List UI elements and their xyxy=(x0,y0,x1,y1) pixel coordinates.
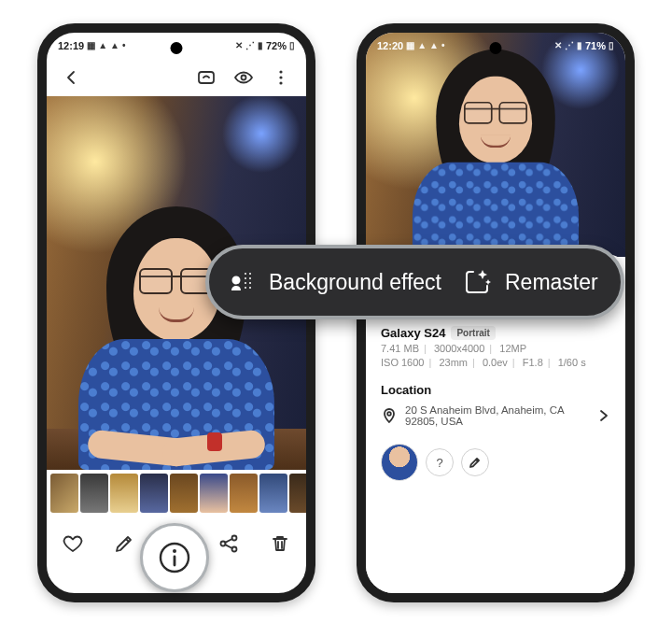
camera-hole xyxy=(490,42,502,54)
svg-point-10 xyxy=(387,412,391,416)
details-mode-chip: Portrait xyxy=(451,326,496,340)
details-row-1: 7.41 MB| 3000x4000| 12MP xyxy=(381,343,610,354)
location-pin-icon xyxy=(381,407,398,424)
remaster-icon xyxy=(462,267,492,297)
status-right-cluster: ✕ ⋰ ▮ 72% ▯ xyxy=(235,40,295,51)
person-avatar[interactable] xyxy=(381,444,418,481)
status-right-cluster: ✕ ⋰ ▮ 71% ▯ xyxy=(554,40,614,51)
signal-icon: ▮ xyxy=(577,41,582,50)
camera-hole xyxy=(171,42,183,54)
unknown-person-chip[interactable]: ? xyxy=(426,448,454,476)
status-icon: ▦ xyxy=(406,41,414,50)
details-megapixels: 12MP xyxy=(499,343,526,354)
svg-point-2 xyxy=(279,70,282,73)
thumbnail[interactable] xyxy=(110,474,138,513)
svg-point-15 xyxy=(245,273,246,275)
details-iso: ISO 1600 xyxy=(381,357,424,368)
photo-subject xyxy=(78,190,274,470)
details-aperture: F1.8 xyxy=(523,357,543,368)
svg-point-21 xyxy=(245,287,246,289)
status-icon: ▦ xyxy=(87,41,95,50)
mute-icon: ✕ xyxy=(235,41,243,50)
details-size: 7.41 MB xyxy=(381,343,419,354)
background-effect-icon xyxy=(228,268,256,296)
delete-button[interactable] xyxy=(261,525,299,562)
heart-icon xyxy=(62,532,84,555)
status-icon: • xyxy=(122,41,126,50)
people-row: ? xyxy=(381,444,610,481)
viewer-header xyxy=(47,59,306,96)
thumbnail[interactable] xyxy=(170,474,198,513)
wifi-icon: ⋰ xyxy=(245,41,255,50)
info-icon xyxy=(156,539,193,576)
more-vertical-icon xyxy=(272,68,290,87)
svg-rect-0 xyxy=(199,72,214,83)
status-left-cluster: 12:20 ▦ ▲ ▲ • xyxy=(377,40,444,51)
status-icon: ▲ xyxy=(429,41,439,50)
svg-point-20 xyxy=(249,282,251,284)
chevron-right-icon xyxy=(597,409,610,422)
location-row[interactable]: 20 S Anaheim Blvd, Anaheim, CA 92805, US… xyxy=(381,404,610,427)
status-icon: • xyxy=(441,41,445,50)
thumbnail[interactable] xyxy=(140,474,168,513)
svg-point-18 xyxy=(249,277,251,279)
thumbnail[interactable] xyxy=(230,474,258,513)
back-button[interactable] xyxy=(56,62,88,93)
more-button[interactable] xyxy=(265,62,297,93)
pencil-icon xyxy=(113,532,135,555)
svg-point-3 xyxy=(279,76,282,78)
smart-view-button[interactable] xyxy=(190,62,222,93)
svg-point-16 xyxy=(249,273,251,275)
svg-point-1 xyxy=(242,76,246,80)
mute-icon: ✕ xyxy=(554,41,562,50)
photo-preview[interactable] xyxy=(366,33,625,257)
details-row-2: ISO 1600| 23mm| 0.0ev| F1.8| 1/60 s xyxy=(381,357,610,368)
photo-subject xyxy=(413,35,580,258)
svg-point-19 xyxy=(245,282,246,284)
thumbnail-strip[interactable] xyxy=(47,470,306,517)
battery-text: 71% xyxy=(585,40,606,51)
thumbnail[interactable] xyxy=(289,474,315,513)
background-effect-label: Background effect xyxy=(269,270,441,295)
cast-icon xyxy=(196,67,217,88)
edit-button[interactable] xyxy=(105,525,143,562)
svg-rect-13 xyxy=(174,556,176,567)
svg-point-12 xyxy=(173,549,176,553)
chevron-left-icon xyxy=(63,68,81,87)
thumbnail[interactable] xyxy=(80,474,108,513)
svg-point-17 xyxy=(245,277,246,279)
details-shutter: 1/60 s xyxy=(558,357,586,368)
status-time: 12:20 xyxy=(377,40,403,51)
eye-icon xyxy=(233,67,254,88)
share-button[interactable] xyxy=(210,525,247,562)
trash-icon xyxy=(269,532,291,555)
wifi-icon: ⋰ xyxy=(565,41,574,50)
favorite-button[interactable] xyxy=(54,525,91,562)
status-left-cluster: 12:19 ▦ ▲ ▲ • xyxy=(58,40,125,51)
battery-text: 72% xyxy=(266,40,287,51)
pencil-icon xyxy=(469,456,482,469)
thumbnail[interactable] xyxy=(200,474,228,513)
info-button-highlight[interactable] xyxy=(140,523,209,592)
svg-point-4 xyxy=(279,81,282,84)
status-time: 12:19 xyxy=(58,40,84,51)
status-icon: ▲ xyxy=(98,41,107,50)
status-icon: ▲ xyxy=(110,41,119,50)
share-icon xyxy=(217,532,240,555)
status-icon: ▲ xyxy=(417,41,427,50)
svg-point-22 xyxy=(249,287,251,289)
location-heading: Location xyxy=(381,383,610,397)
thumbnail[interactable] xyxy=(50,474,78,513)
battery-icon: ▯ xyxy=(609,41,614,50)
details-device: Galaxy S24 xyxy=(381,326,445,340)
background-effect-option[interactable]: Background effect xyxy=(228,268,441,296)
tag-edit-chip[interactable] xyxy=(461,448,489,476)
signal-icon: ▮ xyxy=(258,41,263,50)
battery-icon: ▯ xyxy=(289,41,295,50)
details-focal: 23mm xyxy=(439,357,468,368)
thumbnail[interactable] xyxy=(259,474,287,513)
location-address: 20 S Anaheim Blvd, Anaheim, CA 92805, US… xyxy=(405,404,590,427)
remaster-option[interactable]: Remaster xyxy=(462,267,598,297)
comparison-stage: 12:19 ▦ ▲ ▲ • ✕ ⋰ ▮ 72% ▯ xyxy=(0,0,672,637)
visibility-button[interactable] xyxy=(228,62,259,93)
